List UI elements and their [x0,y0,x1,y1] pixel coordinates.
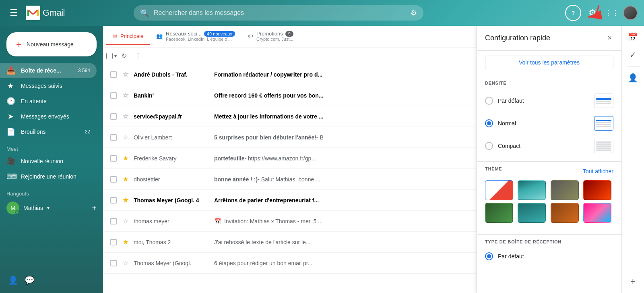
principale-tab-icon: ✉ [113,33,117,39]
density-radio-par-defaut[interactable] [485,97,493,105]
sidebar-item-starred[interactable]: ★ Messages suivis [0,78,97,94]
email-star[interactable]: ★ [121,196,130,204]
reseaux-sociaux-tab-content: Réseaux soci... 49 nouveaux Facebook, Li… [166,31,235,42]
email-star[interactable]: ☆ [121,91,130,99]
inbox-type-radio[interactable] [485,252,493,260]
theme-option-fire[interactable] [583,180,611,200]
density-radio-compact[interactable] [485,142,493,150]
email-star[interactable]: ☆ [121,133,130,141]
email-checkbox[interactable] [109,92,118,99]
email-star[interactable]: ★ [121,238,130,246]
theme-section: THÈME Tout afficher [477,166,621,229]
density-normal-label: Normal [498,120,589,127]
theme-option-green[interactable] [485,203,513,223]
hangouts-avatar: M [6,202,19,214]
email-checkbox[interactable] [109,218,118,224]
email-checkbox[interactable] [109,134,118,141]
reseaux-sociaux-tab-label: Réseaux soci... [166,31,202,37]
sidebar-snoozed-label: En attente [21,98,47,104]
add-sidebar-app-icon[interactable]: + [625,274,641,290]
snoozed-icon: 🕐 [6,97,14,106]
email-checkbox[interactable] [109,197,118,204]
theme-divider [477,234,621,235]
apps-icon[interactable]: ⋮⋮ [604,5,620,21]
drafts-badge: 22 [85,129,90,135]
search-filters-icon[interactable]: ⚙ [411,8,417,17]
theme-option-teal[interactable] [518,203,546,223]
email-checkbox[interactable] [109,260,118,266]
compose-button[interactable]: + Nouveau message [6,32,97,56]
quick-settings-header: Configuration rapide × [477,26,621,51]
tasks-sidebar-icon[interactable]: ✓ [625,47,641,63]
tab-reseaux-sociaux[interactable]: 👥 Réseaux soci... 49 nouveaux Facebook, … [150,26,242,48]
email-star[interactable]: ☆ [121,217,130,225]
email-checkbox[interactable] [109,113,118,120]
email-star[interactable]: ☆ [121,71,130,78]
tab-promotions[interactable]: 🏷 Promotions 9 Crypto.com, Just... [242,26,300,48]
reseaux-sociaux-badge: 49 nouveaux [204,31,235,37]
select-all-checkbox[interactable] [106,53,113,59]
density-preview-normal [594,116,613,131]
theme-header: THÈME Tout afficher [485,166,613,176]
theme-all-button[interactable]: Tout afficher [583,168,613,175]
app-title: Gmail [43,8,65,18]
density-label: DENSITÉ [485,81,613,85]
email-star[interactable]: ☆ [121,259,130,267]
email-star[interactable]: ★ [121,154,130,162]
email-checkbox[interactable] [109,71,118,78]
theme-option-brown[interactable] [551,203,579,223]
see-all-settings-button[interactable]: Voir tous les paramètres [485,56,613,69]
contacts-bottom-icon[interactable]: 👤 [8,275,18,285]
hamburger-icon[interactable]: ☰ [6,4,21,21]
sidebar-new-meeting-label: Nouvelle réunion [21,158,63,164]
inbox-badge: 3 594 [78,68,90,73]
email-checkbox[interactable] [109,176,118,183]
tab-principale[interactable]: ✉ Principale [106,28,150,45]
sidebar-item-sent[interactable]: ➤ Messages envoyés [0,109,97,124]
email-star[interactable]: ★ [121,175,130,183]
topbar: ☰ Gmail 🔍 ⚙ ? ⚙ ⋮⋮ [0,0,644,26]
inbox-type-option-label: Par défaut [498,253,613,260]
search-input[interactable] [154,9,406,17]
email-sender: Frederike Savary [134,155,206,162]
refresh-button[interactable]: ↻ [118,50,130,62]
select-all-dropdown[interactable]: ▾ [114,53,117,59]
sidebar-item-join-meeting[interactable]: ⌨ Rejoindre une réunion [0,169,97,184]
email-sender: moi, Thomas 2 [134,239,206,245]
density-option-normal[interactable]: Normal [485,113,613,134]
sidebar-item-drafts[interactable]: 📄 Brouillons 22 [0,124,97,139]
chat-bottom-icon[interactable]: 💬 [25,275,35,285]
sidebar: + Nouveau message 📥 Boîte de réce... 3 5… [0,26,103,293]
more-options-button[interactable]: ⋮ [132,50,144,62]
search-container: 🔍 ⚙ [134,5,559,21]
avatar[interactable] [623,6,638,20]
sidebar-item-new-meeting[interactable]: 🎥 Nouvelle réunion [0,154,97,169]
density-options: Par défaut Normal [485,90,613,156]
density-option-par-defaut[interactable]: Par défaut [485,90,613,111]
sidebar-item-snoozed[interactable]: 🕐 En attente [0,94,97,109]
email-checkbox[interactable] [109,239,118,245]
sidebar-inbox-label: Boîte de réce... [21,67,61,74]
density-option-compact[interactable]: Compact [485,135,613,156]
hangouts-user[interactable]: M Mathias ▾ + [0,198,103,218]
search-box[interactable]: 🔍 ⚙ [134,5,423,21]
theme-option-default[interactable] [485,180,513,200]
density-radio-normal[interactable] [485,119,493,127]
email-star[interactable]: ☆ [121,112,130,120]
email-sender: André Dubois - Traf. [134,71,206,78]
quick-settings-close-button[interactable]: × [606,32,613,44]
email-checkbox[interactable] [109,155,118,162]
help-icon[interactable]: ? [565,5,581,21]
contacts-sidebar-icon[interactable]: 👤 [625,70,641,86]
quick-settings-title: Configuration rapide [485,34,550,42]
email-sender: thomas.meyer [134,218,206,224]
theme-option-neon[interactable] [583,203,611,223]
density-section: DENSITÉ Par défaut Normal [477,74,621,156]
inbox-type-option[interactable]: Par défaut [485,249,613,264]
theme-option-forest[interactable] [551,180,579,200]
sidebar-item-inbox[interactable]: 📥 Boîte de réce... 3 594 [0,63,97,78]
add-hangout-icon[interactable]: + [92,204,97,213]
calendar-email-icon: 📅 [214,218,221,224]
calendar-sidebar-icon[interactable]: 📅 [625,29,641,45]
theme-option-ocean[interactable] [518,180,546,200]
